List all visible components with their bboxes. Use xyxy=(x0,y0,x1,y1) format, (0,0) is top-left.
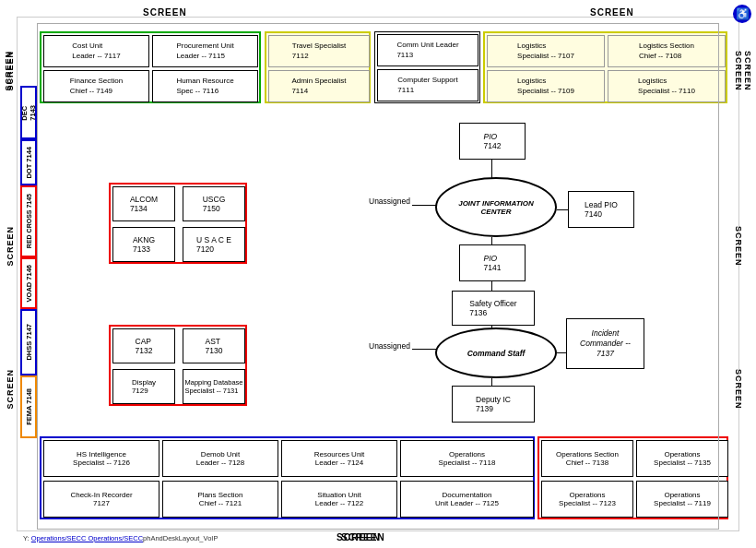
side-box-dhss: DHSS 7147 xyxy=(20,309,37,375)
top-divider xyxy=(37,23,719,24)
side-box-voad-label: VOAD 7146 xyxy=(25,265,33,302)
screen-label-top-left: SCREEN xyxy=(143,7,187,18)
side-box-voad: VOAD 7146 xyxy=(20,257,37,309)
logistics-spec-107-text: LogisticsSpecialist -- 7107 xyxy=(517,42,574,61)
left-divider xyxy=(37,23,38,530)
cost-unit-leader: Cost UnitLeader -- 7117 xyxy=(43,35,149,67)
right-divider xyxy=(718,23,719,530)
ops-spec-7135-text: OperationsSpecialist -- 7135 xyxy=(654,450,711,467)
screen-label-left-top: SCREEN xyxy=(6,51,15,91)
bottom-divider xyxy=(37,529,719,530)
deputy-ic-text: Deputy IC7139 xyxy=(476,395,511,413)
logistics-spec-109: LogisticsSpecialist -- 7109 xyxy=(487,70,605,102)
yellow-group: Travel Specialist7112 Admin Specialist71… xyxy=(265,31,371,103)
comm-group: Comm Unit Leader7113 Computer Support711… xyxy=(374,31,480,103)
uscg-text: USCG7150 xyxy=(203,195,226,213)
blue-bottom-group: HS IntelligenceSpecialist -- 7126 Check-… xyxy=(40,436,535,519)
url-suffix: phAndDeskLayout_VoIP xyxy=(143,534,218,542)
ops-section-chief-text: Operations SectionChief -- 7138 xyxy=(556,450,619,467)
demob-unit-7128: Demob UnitLeader -- 7128 xyxy=(162,440,278,477)
admin-specialist-text: Admin Specialist7114 xyxy=(291,77,346,96)
side-box-dhss-label: DHSS 7147 xyxy=(25,324,33,361)
screen-label-top-right: SCREEN xyxy=(590,7,634,18)
logistics-spec-110: LogisticsSpecialist -- 7110 xyxy=(608,70,726,102)
human-resource-text: Human ResourceSpec -- 7116 xyxy=(176,77,233,96)
procurement-unit-leader: Procurement UnitLeader -- 7115 xyxy=(152,35,258,67)
cap-text: CAP7132 xyxy=(136,337,153,355)
comm-unit-leader: Comm Unit Leader7113 xyxy=(377,34,478,66)
admin-specialist: Admin Specialist7114 xyxy=(268,70,370,102)
incident-commander-text: IncidentCommander --7137 xyxy=(580,328,631,359)
usace-text: U S A C E7120 xyxy=(196,235,231,254)
main-container: ♿ SCREEN SCREEN SCREEN DEC7143 DOT 7144 … xyxy=(0,0,756,548)
travel-specialist-text: Travel Specialist7112 xyxy=(292,42,346,61)
logistics-spec-110-text: LogisticsSpecialist -- 7110 xyxy=(638,77,695,96)
plans-section-7121: Plans SectionChief -- 7121 xyxy=(162,481,278,518)
red-group-alcom: ALCOM7134 USCG7150 AKNG7133 U S A C E712… xyxy=(109,183,247,264)
logistics-spec-109-text: LogisticsSpecialist -- 7109 xyxy=(517,77,574,96)
usace-7120: U S A C E7120 xyxy=(183,227,245,262)
pio-7141: PIO7141 xyxy=(459,244,526,281)
travel-specialist: Travel Specialist7112 xyxy=(268,35,370,67)
side-box-fema: FEMA 7148 xyxy=(20,375,37,438)
cap-7132: CAP7132 xyxy=(112,328,175,363)
cost-unit-leader-text: Cost UnitLeader -- 7117 xyxy=(72,42,120,61)
display-7129: Display7129 xyxy=(112,369,175,404)
screen-label-bottom2: SCREEN xyxy=(337,532,381,542)
side-box-red-cross: RED CROSS 7145 xyxy=(20,185,37,257)
connector-unassigned-cmd xyxy=(412,349,438,350)
unassigned-cmd: Unassigned xyxy=(369,341,410,351)
logistics-spec-107: LogisticsSpecialist -- 7107 xyxy=(487,35,605,67)
accessibility-icon: ♿ xyxy=(733,5,751,23)
screen-label-right-3: SCREEN xyxy=(734,369,743,410)
connector-pio141-safety xyxy=(491,281,492,291)
screen-label-left-mid: SCREEN xyxy=(6,226,15,267)
command-staff-ellipse: Command Staff xyxy=(435,328,557,378)
ops-spec-7123-text: OperationsSpecialist -- 7123 xyxy=(559,491,616,507)
deputy-ic-7139: Deputy IC7139 xyxy=(452,386,535,423)
human-resource-spec: Human ResourceSpec -- 7116 xyxy=(152,70,258,102)
resources-unit-7124: Resources UnitLeader -- 7124 xyxy=(281,440,397,477)
ast-7130: AST7130 xyxy=(183,328,245,363)
lead-pio-text: Lead PIO7140 xyxy=(585,200,618,219)
command-staff-text: Command Staff xyxy=(467,349,526,358)
demob-unit-text: Demob UnitLeader -- 7128 xyxy=(196,450,244,467)
connector-leadpio-jic xyxy=(557,209,568,210)
logistics-section-chief-text: Logistics SectionChief -- 7108 xyxy=(639,42,694,61)
situation-unit-7122: Situation UnitLeader -- 7122 xyxy=(281,481,397,518)
ops-spec-7119: OperationsSpecialist -- 7119 xyxy=(636,481,728,518)
ops-spec-7118: OperationsSpecialist -- 7118 xyxy=(400,440,534,477)
finance-section-chief: Finance SectionChief -- 7149 xyxy=(43,70,149,102)
check-in-text: Check-In Recorder7127 xyxy=(70,491,132,507)
ops-spec-7135: OperationsSpecialist -- 7135 xyxy=(636,440,728,477)
doc-unit-text: DocumentationUnit Leader -- 7125 xyxy=(435,491,499,507)
logistics-yellow-group: LogisticsSpecialist -- 7107 Logistics Se… xyxy=(483,31,727,103)
pio-7142: PIO7142 xyxy=(459,123,526,160)
side-box-dec: DEC7143 xyxy=(20,86,37,139)
plans-section-text: Plans SectionChief -- 7121 xyxy=(198,491,243,507)
side-box-fema-label: FEMA 7148 xyxy=(25,388,33,425)
resources-unit-text: Resources UnitLeader -- 7124 xyxy=(314,450,365,467)
url-text: Operations/SECC Operations/SECC xyxy=(31,534,143,542)
ops-section-chief-7138: Operations SectionChief -- 7138 xyxy=(541,440,633,477)
screen-label-left-bot: SCREEN xyxy=(6,369,15,410)
akng-7133: AKNG7133 xyxy=(112,227,175,262)
mapping-7131: Mapping DatabaseSpecialist -- 7131 xyxy=(183,369,245,404)
red-bottom-group: Operations SectionChief -- 7138 Operatio… xyxy=(537,436,728,519)
ops-spec-7118-text: OperationsSpecialist -- 7118 xyxy=(439,450,496,467)
mapping-text: Mapping DatabaseSpecialist -- 7131 xyxy=(185,378,243,395)
doc-unit-7125: DocumentationUnit Leader -- 7125 xyxy=(400,481,534,518)
connector-cmd-deputy xyxy=(491,378,492,386)
screen-label-right-1: SCREEN xyxy=(743,51,752,91)
ops-spec-7119-text: OperationsSpecialist -- 7119 xyxy=(654,491,711,507)
jic-ellipse: JOINT INFORMATIONCENTER xyxy=(435,177,557,237)
alcom-7134: ALCOM7134 xyxy=(112,186,175,221)
connector-jic-pio141 xyxy=(491,237,492,244)
safety-officer-7136: Safety Officer7136 xyxy=(452,291,535,326)
hs-intel-text: HS IntelligenceSpecialist -- 7126 xyxy=(73,450,130,467)
computer-support-text: Computer Support7111 xyxy=(397,76,457,95)
comm-unit-text: Comm Unit Leader7113 xyxy=(396,41,458,60)
ops-spec-7123: OperationsSpecialist -- 7123 xyxy=(541,481,633,518)
display-text: Display7129 xyxy=(132,378,156,395)
side-box-dec-label: DEC7143 xyxy=(20,105,37,121)
